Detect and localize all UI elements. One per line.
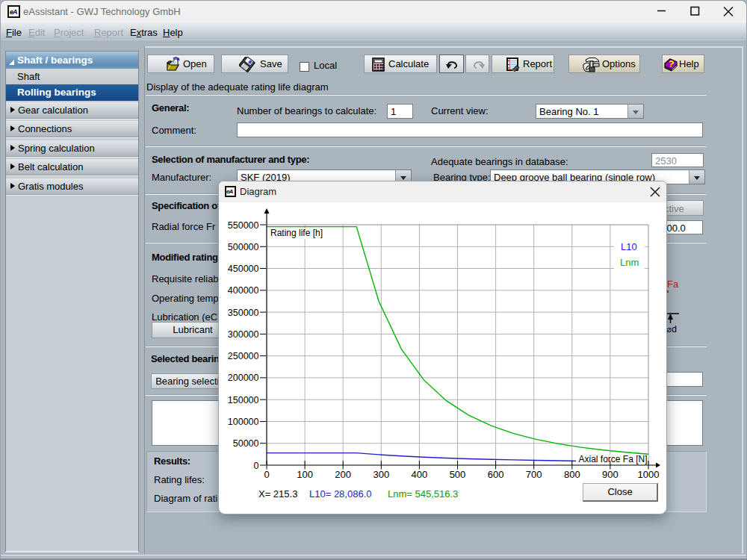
svg-text:900: 900 — [602, 469, 619, 480]
svg-text:0: 0 — [264, 469, 269, 480]
svg-text:800: 800 — [564, 469, 580, 480]
svg-text:500000: 500000 — [228, 242, 259, 252]
svg-text:450000: 450000 — [228, 264, 259, 274]
svg-text:350000: 350000 — [228, 308, 259, 318]
svg-text:L10: L10 — [621, 241, 637, 252]
svg-text:Lnm: Lnm — [620, 257, 639, 268]
svg-text:550000: 550000 — [228, 220, 259, 231]
svg-text:500: 500 — [450, 469, 466, 480]
svg-text:Rating life [h]: Rating life [h] — [270, 228, 323, 238]
svg-text:1000: 1000 — [638, 469, 660, 480]
svg-text:150000: 150000 — [228, 395, 259, 405]
svg-text:100000: 100000 — [228, 417, 259, 427]
svg-text:700: 700 — [526, 469, 542, 480]
svg-text:200000: 200000 — [228, 373, 259, 383]
svg-text:Axial force Fa [N]: Axial force Fa [N] — [578, 454, 647, 464]
svg-text:100: 100 — [297, 469, 313, 480]
svg-text:50000: 50000 — [233, 438, 259, 449]
svg-text:200: 200 — [335, 469, 351, 480]
svg-text:0: 0 — [254, 461, 259, 471]
svg-text:300: 300 — [373, 469, 389, 480]
svg-text:250000: 250000 — [228, 351, 259, 361]
svg-text:600: 600 — [488, 469, 504, 480]
svg-text:300000: 300000 — [228, 329, 259, 340]
svg-text:400000: 400000 — [228, 285, 259, 296]
svg-text:400: 400 — [412, 469, 428, 480]
svg-text:⌀d: ⌀d — [666, 324, 677, 335]
